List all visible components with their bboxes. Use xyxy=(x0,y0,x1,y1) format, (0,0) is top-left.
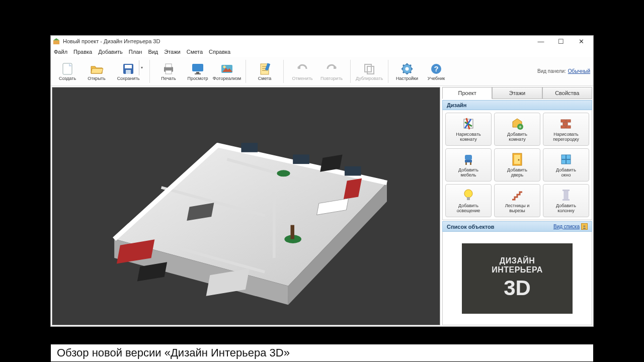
list-view-link[interactable]: Вид списка ≡ xyxy=(553,223,588,230)
save-icon xyxy=(122,62,134,76)
redo-button[interactable]: Повторить xyxy=(318,59,345,84)
menu-estimate[interactable]: Смета xyxy=(187,49,203,55)
panel-mode-link[interactable]: Обычный xyxy=(568,68,590,74)
app-icon xyxy=(53,38,60,45)
svg-rect-65 xyxy=(566,120,571,122)
svg-rect-70 xyxy=(465,160,472,162)
add-column-button[interactable]: Добавить колонну xyxy=(543,184,589,217)
window-icon xyxy=(560,152,572,167)
svg-rect-64 xyxy=(561,120,566,122)
svg-rect-80 xyxy=(467,197,470,200)
svg-rect-74 xyxy=(514,155,520,164)
menu-floors[interactable]: Этажи xyxy=(164,49,180,55)
window-title: Новый проект - Дизайн Интерьера 3D xyxy=(63,38,531,44)
stairs-icon xyxy=(511,188,524,203)
svg-rect-72 xyxy=(470,162,471,165)
svg-point-15 xyxy=(223,65,226,68)
photoreal-button[interactable]: Фотореализм xyxy=(213,59,240,84)
folder-open-icon xyxy=(90,62,103,76)
menu-help[interactable]: Справка xyxy=(209,49,230,55)
svg-rect-9 xyxy=(166,70,172,74)
svg-line-33 xyxy=(403,72,404,73)
svg-rect-85 xyxy=(562,199,570,201)
svg-rect-0 xyxy=(53,40,59,44)
settings-button[interactable]: Настройки xyxy=(393,59,421,84)
add-door-button[interactable]: Добавить дверь xyxy=(494,148,540,182)
svg-rect-24 xyxy=(367,66,374,74)
svg-rect-5 xyxy=(125,65,132,68)
floorplan-render xyxy=(52,87,440,325)
objects-section-header: Список объектов Вид списка ≡ xyxy=(442,221,592,232)
svg-line-60 xyxy=(465,119,471,128)
lightbulb-icon xyxy=(463,188,474,203)
svg-rect-81 xyxy=(562,190,570,191)
minimize-button[interactable]: ― xyxy=(531,36,551,47)
svg-rect-54 xyxy=(242,143,258,152)
menu-add[interactable]: Добавить xyxy=(98,49,123,55)
svg-rect-11 xyxy=(196,72,199,73)
side-panel: Проект Этажи Свойства Дизайн Нарисовать … xyxy=(442,87,592,325)
duplicate-button[interactable]: Дублировать xyxy=(356,59,383,84)
main-area: Проект Этажи Свойства Дизайн Нарисовать … xyxy=(51,86,593,326)
svg-rect-12 xyxy=(195,73,201,74)
tab-floors[interactable]: Этажи xyxy=(492,87,542,99)
add-room-button[interactable]: + Добавить комнату xyxy=(494,113,540,146)
add-lighting-button[interactable]: Добавить освещение xyxy=(445,184,492,217)
svg-point-26 xyxy=(406,67,409,70)
chevron-down-icon[interactable]: ▾ xyxy=(139,60,143,75)
svg-rect-10 xyxy=(192,64,203,71)
column-icon xyxy=(561,188,571,203)
window-controls: ― ☐ ✕ xyxy=(531,36,591,47)
svg-rect-6 xyxy=(126,70,131,74)
tab-project[interactable]: Проект xyxy=(442,87,492,99)
svg-rect-71 xyxy=(465,162,467,165)
svg-rect-67 xyxy=(561,126,566,128)
undo-button[interactable]: Отменить xyxy=(289,59,316,84)
toolbar: Создать Открыть Сохранить ▾ Печать xyxy=(51,57,593,86)
draw-room-button[interactable]: Нарисовать комнату xyxy=(445,113,492,146)
tab-properties[interactable]: Свойства xyxy=(542,87,592,99)
chair-icon xyxy=(462,152,475,167)
svg-rect-69 xyxy=(465,155,472,160)
menu-plan[interactable]: План xyxy=(129,49,142,55)
svg-rect-23 xyxy=(365,64,371,72)
svg-line-32 xyxy=(410,72,411,73)
draw-partition-button[interactable]: Нарисовать перегородку xyxy=(543,113,589,146)
close-button[interactable]: ✕ xyxy=(571,36,591,47)
svg-rect-48 xyxy=(320,154,342,171)
open-button[interactable]: Открыть xyxy=(83,59,110,84)
tutorial-button[interactable]: ? Учебник xyxy=(423,59,450,84)
preview-button[interactable]: Просмотр xyxy=(184,59,211,84)
brick-wall-icon xyxy=(559,116,573,131)
print-button[interactable]: Печать xyxy=(155,59,182,84)
design-tools-grid: Нарисовать комнату + Добавить комнату На… xyxy=(442,110,592,220)
save-button[interactable]: Сохранить ▾ xyxy=(112,59,144,84)
undo-icon xyxy=(296,62,308,76)
svg-line-34 xyxy=(410,65,411,66)
svg-marker-1 xyxy=(53,38,59,40)
estimate-button[interactable]: Смета xyxy=(251,59,278,84)
svg-point-75 xyxy=(518,159,520,161)
add-room-icon: + xyxy=(511,116,524,131)
menu-edit[interactable]: Правка xyxy=(73,49,92,55)
svg-text:?: ? xyxy=(434,64,438,73)
add-window-button[interactable]: Добавить окно xyxy=(543,148,589,182)
draw-room-icon xyxy=(462,116,475,131)
svg-rect-52 xyxy=(291,225,294,239)
stairs-button[interactable]: Лестницы и вырезы xyxy=(494,184,540,217)
maximize-button[interactable]: ☐ xyxy=(551,36,571,47)
create-button[interactable]: Создать xyxy=(54,59,81,84)
svg-rect-68 xyxy=(566,126,571,128)
svg-point-53 xyxy=(277,170,290,176)
notepad-icon xyxy=(259,62,270,76)
menu-file[interactable]: Файл xyxy=(54,49,67,55)
new-file-icon xyxy=(62,62,73,76)
menu-view[interactable]: Вид xyxy=(148,49,158,55)
svg-rect-55 xyxy=(293,154,309,164)
application-window: Новый проект - Дизайн Интерьера 3D ― ☐ ✕… xyxy=(50,35,594,327)
viewport-3d[interactable] xyxy=(52,87,440,325)
add-furniture-button[interactable]: Добавить мебель xyxy=(445,148,492,182)
object-list[interactable]: ДИЗАЙН ИНТЕРЬЕРА 3D xyxy=(442,232,592,325)
svg-rect-66 xyxy=(563,123,568,125)
duplicate-icon xyxy=(363,62,375,76)
